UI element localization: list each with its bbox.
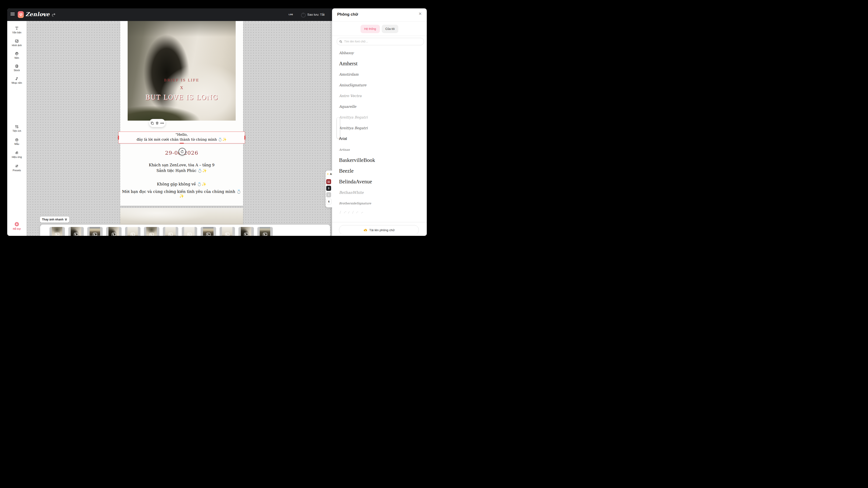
filmstrip-thumbnail-7[interactable] (163, 227, 178, 236)
image-placeholder-icon (55, 232, 60, 236)
redo-icon[interactable] (51, 12, 56, 17)
filmstrip-thumbnail-5[interactable] (125, 227, 141, 236)
font-list-item[interactable]: BrothersideSignature (332, 198, 427, 208)
sparkle-icon (327, 173, 329, 175)
ai-panel-title: AI C (330, 173, 332, 175)
sidebar-item-3[interactable]: Nền (7, 52, 26, 59)
quick-change-label: Thay ảnh nhanh (42, 218, 63, 221)
filmstrip-thumbnail-2[interactable] (68, 227, 84, 236)
log-button[interactable]: LOG (289, 13, 293, 16)
image-placeholder-icon (206, 232, 211, 236)
sidebar-item-4[interactable]: Stock (7, 64, 26, 72)
trash-icon[interactable] (155, 121, 159, 125)
font-list-item[interactable]: Artisan (332, 144, 427, 155)
ai-color-panel: AI C 11316 (326, 170, 332, 207)
tool-sidebar: Văn bảnHình ảnhNềnStockNhạc nềnTiện íchM… (7, 21, 27, 236)
filmstrip-thumbnail-11[interactable] (239, 227, 254, 236)
upload-font-button[interactable]: Tải lên phông chữ (339, 225, 419, 235)
tab-system-fonts[interactable]: Hệ thống (361, 25, 380, 33)
filmstrip-thumbnail-9[interactable] (201, 227, 216, 236)
filmstrip-thumbnail-3[interactable] (87, 227, 103, 236)
hero-photo[interactable]: BRIEF IS LIFE X BUT LOVE IS LONG (128, 21, 236, 121)
divider (332, 222, 427, 222)
font-list-item[interactable]: Antro Vectra (332, 91, 427, 101)
effects-icon (7, 151, 26, 155)
font-list-item[interactable]: BaskervilleBook (332, 155, 427, 166)
more-options-icon[interactable] (160, 123, 164, 124)
ai-color-swatch-6[interactable]: 6 (326, 199, 332, 204)
note-line1[interactable]: Không gặp không về 💍✨ (120, 182, 243, 186)
resize-handle-left[interactable] (118, 135, 119, 140)
font-search-input[interactable] (344, 40, 422, 43)
font-panel-tabs: Hệ thốngCủa tôi (332, 24, 427, 34)
font-list-item[interactable]: BethanWhite (332, 187, 427, 198)
heart-icon (19, 12, 23, 17)
rotate-icon[interactable] (179, 148, 186, 155)
photo-overlay-line3[interactable]: BUT LOVE IS LONG (128, 94, 236, 101)
font-list-item[interactable]: Areittya Begatri (332, 123, 427, 133)
font-list: AbbassyAmherstAmstirdamAnisaSignatureAnt… (332, 47, 427, 220)
font-list-item[interactable]: Beezle (332, 166, 427, 176)
sidebar-item-5[interactable]: Nhạc nền (7, 76, 26, 84)
app-window: Zenlove LOG Sao lưu: Tắt Văn bảnHình ảnh… (7, 8, 427, 236)
power-icon (301, 13, 306, 18)
search-icon (339, 40, 342, 43)
zenlove-logo[interactable] (18, 11, 24, 18)
sidebar-item-support[interactable]: Hỗ trợ (7, 222, 26, 230)
resize-handle-right[interactable] (244, 135, 245, 140)
greeting-line2[interactable]: đây là lời mời cưới chân thành từ chúng … (119, 137, 245, 141)
font-list-item[interactable]: BelindaAvenue (332, 176, 427, 187)
menu-icon[interactable] (10, 12, 15, 15)
filmstrip-thumbnail-4[interactable] (106, 227, 122, 236)
font-list-item[interactable]: AnisaSignature (332, 80, 427, 91)
sidebar-item-1[interactable]: Văn bản (7, 26, 26, 34)
font-list-item[interactable]: Abbassy (332, 47, 427, 58)
filmstrip-thumbnail-12[interactable] (257, 227, 273, 236)
sidebar-item-8[interactable]: Hiệu ứng (7, 151, 26, 158)
greeting-line1[interactable]: "Hello, (119, 132, 245, 137)
image-placeholder-icon (149, 232, 154, 236)
design-canvas[interactable]: BRIEF IS LIFE X BUT LOVE IS LONG "Hello,… (26, 21, 332, 236)
filmstrip-thumbnail-10[interactable] (220, 227, 235, 236)
stock-icon (7, 64, 26, 68)
image-placeholder-icon (244, 232, 249, 236)
ai-color-swatch-3[interactable]: 3 (326, 186, 331, 191)
chevron-double-down-icon (65, 218, 67, 221)
filmstrip-thumbnail-8[interactable] (182, 227, 197, 236)
photo-overlay-line2[interactable]: X (128, 86, 236, 90)
backup-status[interactable]: Sao lưu: Tắt (307, 13, 324, 16)
tab-my-fonts[interactable]: Của tôi (382, 25, 399, 33)
font-panel: Phông chữ × Hệ thốngCủa tôi AbbassyAmher… (332, 8, 427, 236)
undo-icon[interactable] (42, 12, 47, 17)
note-line2[interactable]: Mời bạn đọc và cùng chứng kiến tình yêu … (120, 189, 243, 198)
invitation-page-2-preview[interactable] (120, 208, 243, 225)
copy-icon[interactable] (151, 121, 154, 125)
venue-line2[interactable]: Sảnh tiệc Hạnh Phúc 💍✨ (120, 168, 243, 173)
sidebar-item-9[interactable]: Presets (7, 164, 26, 172)
font-list-item[interactable]: Areittya Begatri (332, 112, 427, 123)
ai-color-swatch-11[interactable]: 11 (326, 179, 331, 184)
canvas-scrollbar[interactable] (337, 118, 340, 138)
ai-color-swatch-1[interactable]: 1 (326, 192, 331, 197)
close-icon[interactable]: × (418, 11, 422, 16)
resize-handle-bottom[interactable] (180, 143, 184, 144)
font-list-item[interactable]: Arial (332, 133, 427, 144)
font-list-item[interactable]: Aquarelle (332, 101, 427, 112)
quick-change-photo-button[interactable]: Thay ảnh nhanh (40, 217, 69, 223)
font-list-item-clipped[interactable] (332, 208, 427, 214)
venue-line1[interactable]: Khách sạn ZenLove, tòa A – tầng 9 (120, 163, 243, 167)
photo-overlay-line1[interactable]: BRIEF IS LIFE (128, 78, 236, 83)
filmstrip-thumbnail-1[interactable] (50, 227, 65, 236)
sidebar-item-7[interactable]: Mẫu (7, 138, 26, 145)
sidebar-item-2[interactable]: Hình ảnh (7, 39, 26, 47)
filmstrip-thumbnail-6[interactable] (144, 227, 159, 236)
font-list-item[interactable]: Amstirdam (332, 69, 427, 80)
invitation-page-1[interactable]: BRIEF IS LIFE X BUT LOVE IS LONG "Hello,… (120, 21, 243, 206)
image-placeholder-icon (92, 232, 97, 236)
sidebar-item-6[interactable]: Tiện ích (7, 125, 26, 132)
widget-plus-icon (7, 125, 26, 129)
selected-text-box[interactable]: "Hello, đây là lời mời cưới chân thành t… (118, 132, 245, 143)
font-panel-title: Phông chữ (337, 12, 358, 17)
font-list-item[interactable]: Amherst (332, 58, 427, 69)
screenshot-stage: Zenlove LOG Sao lưu: Tắt Văn bảnHình ảnh… (0, 0, 434, 244)
